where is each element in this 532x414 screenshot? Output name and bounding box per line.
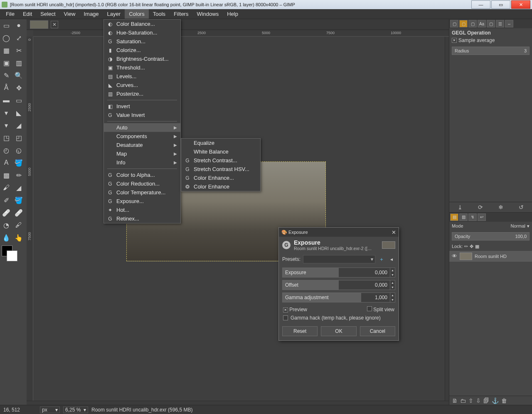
reset-button[interactable]: Reset	[282, 326, 318, 336]
document-tab-close[interactable]: ✕	[51, 21, 58, 28]
opacity-field[interactable]: Opacity 100,0	[452, 232, 530, 240]
dialog-close-button[interactable]: ✕	[392, 229, 396, 236]
gegl-action-1[interactable]: ⟳	[478, 204, 483, 211]
menuitem-stretch-contrast-[interactable]: GStretch Contrast...	[181, 156, 260, 165]
menu-tools[interactable]: Tools	[149, 9, 170, 19]
status-unit-dropdown[interactable]: px▾	[40, 407, 60, 413]
layer-visibility-icon[interactable]: 👁	[452, 253, 457, 259]
ok-button[interactable]: OK	[321, 326, 356, 336]
tool-17[interactable]: ◢	[12, 119, 25, 131]
menuitem-color-balance-[interactable]: ◐Color Balance...	[104, 20, 180, 28]
tool-22[interactable]: A	[0, 156, 12, 169]
cancel-button[interactable]: Cancel	[360, 326, 395, 336]
slider-offset[interactable]: Offset0,000▲▼	[282, 280, 395, 290]
menu-image[interactable]: Image	[79, 9, 103, 19]
tool-0[interactable]: ▭	[0, 19, 12, 32]
layers-tab-0[interactable]: ▤	[450, 213, 458, 221]
dock-tab-0[interactable]: ▢	[450, 20, 458, 27]
color-swatches[interactable]	[0, 244, 27, 269]
menuitem-equalize[interactable]: Equalize	[181, 139, 260, 147]
tool-18[interactable]: ◳	[0, 131, 12, 144]
menuitem-white-balance[interactable]: White Balance	[181, 147, 260, 156]
tool-4[interactable]: ▦	[0, 44, 12, 57]
tool-35[interactable]: 👆	[12, 231, 25, 244]
dock-tab-6[interactable]: ↔	[505, 20, 513, 27]
menuitem-color-enhance[interactable]: ❂Color Enhance	[181, 182, 260, 191]
preset-add-icon[interactable]: ＋	[378, 255, 385, 263]
menuitem-color-enhance-[interactable]: GColor Enhance...	[181, 174, 260, 182]
menu-view[interactable]: View	[60, 9, 80, 19]
document-tab[interactable]	[30, 20, 48, 29]
menuitem-retinex-[interactable]: GRetinex...	[104, 214, 180, 223]
slider-exposure[interactable]: Exposure0,000▲▼	[282, 268, 395, 278]
tool-19[interactable]: ◰	[12, 131, 25, 144]
tool-26[interactable]: 🖌	[0, 181, 12, 194]
spin-up-icon[interactable]: ▲	[390, 268, 395, 273]
splitview-checkbox[interactable]	[367, 306, 372, 311]
tool-11[interactable]: ✥	[12, 82, 25, 94]
layers-action-3[interactable]: ⇩	[476, 397, 481, 404]
menuitem-color-temperature-[interactable]: GColor Temperature...	[104, 188, 180, 197]
tool-14[interactable]: ▾	[0, 107, 12, 119]
layers-action-2[interactable]: ⇧	[468, 397, 473, 404]
layers-action-5[interactable]: ⚓	[492, 397, 499, 404]
menu-windows[interactable]: Windows	[192, 9, 223, 19]
gegl-action-0[interactable]: ⤓	[458, 204, 463, 211]
sample-average-checkbox[interactable]: ✕	[452, 38, 457, 43]
layer-row[interactable]: 👁 Room sunlit HD	[449, 251, 532, 262]
dock-tab-1[interactable]: ▢	[459, 20, 468, 27]
spin-down-icon[interactable]: ▼	[390, 285, 395, 290]
menuitem-color-reduction-[interactable]: GColor Reduction...	[104, 179, 180, 188]
menuitem-desaturate[interactable]: Desaturate▶	[104, 141, 180, 149]
layers-tab-3[interactable]: ↩	[478, 213, 486, 221]
menuitem-levels-[interactable]: ▤Levels...	[104, 72, 180, 81]
menuitem-components[interactable]: Components▶	[104, 132, 180, 141]
layers-tab-2[interactable]: ↯	[468, 213, 477, 221]
menuitem-hot-[interactable]: ✦Hot...	[104, 206, 180, 214]
menuitem-brightness-contrast-[interactable]: ◑Brightness-Contrast...	[104, 55, 180, 63]
maximize-button[interactable]: ▭	[491, 0, 510, 9]
mode-dropdown-icon[interactable]: ▾	[527, 223, 530, 229]
menuitem-hue-saturation-[interactable]: ◐Hue-Saturation...	[104, 28, 180, 37]
status-zoom-dropdown[interactable]: 6,25 %▾	[63, 407, 88, 413]
tool-9[interactable]: 🔍	[12, 69, 25, 82]
menuitem-threshold-[interactable]: ▣Threshold...	[104, 63, 180, 72]
menu-colors[interactable]: Colors	[125, 9, 149, 19]
tool-1[interactable]: ●	[12, 19, 25, 32]
layers-action-6[interactable]: 🗑	[501, 397, 507, 404]
tool-23[interactable]: 🪣	[12, 156, 25, 169]
layers-action-1[interactable]: 🗀	[460, 397, 466, 404]
menu-file[interactable]: File	[2, 9, 19, 19]
close-button[interactable]: ✕	[511, 0, 530, 9]
menu-help[interactable]: Help	[223, 9, 242, 19]
menuitem-posterize-[interactable]: ▥Posterize...	[104, 89, 180, 98]
spin-up-icon[interactable]: ▲	[390, 280, 395, 285]
tool-32[interactable]: ◔	[0, 219, 12, 231]
tool-27[interactable]: ◢	[12, 181, 25, 194]
tool-6[interactable]: ▣	[0, 57, 12, 69]
menuitem-auto[interactable]: Auto▶	[104, 123, 180, 132]
tool-29[interactable]: 🪣	[12, 194, 25, 206]
tool-2[interactable]: ◯	[0, 32, 12, 44]
dock-tab-5[interactable]: ☰	[496, 20, 504, 27]
spin-down-icon[interactable]: ▼	[390, 297, 395, 302]
menuitem-map[interactable]: Map▶	[104, 149, 180, 158]
tool-16[interactable]: ▾	[0, 119, 12, 131]
minimize-button[interactable]: —	[471, 0, 490, 9]
gegl-action-3[interactable]: ↺	[519, 204, 524, 211]
menuitem-value-invert[interactable]: GValue Invert	[104, 111, 180, 119]
lock-position-icon[interactable]: ✥	[470, 244, 473, 249]
tool-21[interactable]: ◵	[12, 144, 25, 156]
dock-tab-3[interactable]: Aa	[478, 20, 486, 27]
layers-action-4[interactable]: 🗐	[483, 397, 489, 404]
presets-dropdown[interactable]: ▾	[303, 255, 375, 263]
tool-24[interactable]: ▩	[0, 169, 12, 181]
menuitem-curves-[interactable]: ◣Curves...	[104, 81, 180, 89]
preset-menu-icon[interactable]: ◂	[388, 255, 395, 263]
menuitem-saturation-[interactable]: GSaturation...	[104, 37, 180, 46]
slider-gamma-adjustment[interactable]: Gamma adjustment1,000▲▼	[282, 293, 395, 302]
gammahack-checkbox[interactable]	[283, 315, 288, 320]
tool-8[interactable]: ✎	[0, 69, 12, 82]
tool-28[interactable]: ✐	[0, 194, 12, 206]
tool-13[interactable]: ▭	[12, 94, 25, 107]
